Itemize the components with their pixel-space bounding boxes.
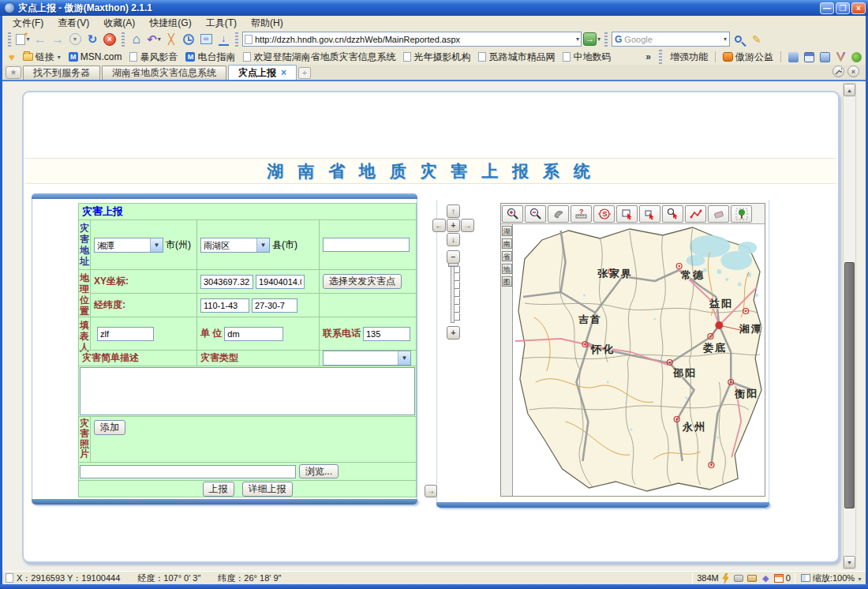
file-path-input[interactable] [80,465,296,478]
wrench-button[interactable] [832,66,844,77]
bookmark-photo[interactable]: 光年摄影机构 [401,51,473,64]
bookmarks-overflow-button[interactable] [643,51,653,62]
tab-disaster-report[interactable]: 灾点上报 [228,65,297,80]
add-photo-button[interactable]: 添加 [94,420,125,435]
history-dropdown-button[interactable] [67,31,83,47]
map-side-tab[interactable]: 南 [502,238,512,249]
y-coordinate-input[interactable] [256,275,305,289]
rect-select-tool[interactable] [616,205,638,223]
bookmark-radio[interactable]: 电台指南 [183,51,238,64]
pens-icon[interactable] [836,52,846,62]
clear-selection-tool[interactable]: S [593,205,615,223]
folder-status-icon[interactable] [747,573,758,583]
search-button[interactable] [731,31,747,47]
charity-button[interactable]: 傲游公益 [720,51,776,64]
tab-hunan-geo-system[interactable]: 湖南省地质灾害信息系统 [102,66,226,80]
pan-center-button[interactable]: + [447,219,460,232]
latitude-input[interactable] [252,298,297,313]
new-tab-button[interactable] [298,67,311,79]
link-sync-button[interactable] [198,31,214,47]
address-detail-input[interactable] [323,238,410,252]
zoom-in-step-button[interactable]: + [447,326,460,340]
enhance-button[interactable]: 增强功能 [668,51,710,64]
refresh-button[interactable] [84,31,100,47]
undo-button[interactable]: ▾ [146,31,162,47]
history-button[interactable] [181,31,196,47]
browse-button[interactable]: 浏览... [299,464,339,478]
go-button[interactable]: ▾ [583,31,600,47]
menu-favorites[interactable]: 收藏(A) [96,17,142,29]
window-icon[interactable] [804,52,814,62]
phone-input[interactable] [363,327,410,341]
highlight-button[interactable] [749,31,765,47]
map-side-tab[interactable]: 图 [502,276,512,287]
polyline-tool[interactable] [685,205,706,223]
layer-tree-tool[interactable] [731,205,752,223]
tab-list-button[interactable] [6,66,21,79]
city-select[interactable]: 湘潭 [94,238,163,253]
menu-view[interactable]: 查看(V) [51,17,96,29]
county-select[interactable]: 雨湖区 [200,238,270,253]
menu-groups[interactable]: 快捷组(G) [142,17,198,29]
proxy-icon[interactable] [734,573,744,583]
map-side-tab[interactable]: 湖 [502,226,512,236]
notes-icon[interactable] [820,52,830,62]
minimize-button[interactable]: — [820,2,834,14]
new-tab-button[interactable]: ▾ [15,31,31,47]
zoom-select-tool[interactable] [662,205,683,223]
scroll-down-button[interactable]: ▼ [844,556,855,568]
map-side-tab[interactable]: 省 [502,251,512,261]
close-bar-button[interactable]: × [847,66,859,77]
disaster-type-select[interactable] [323,351,411,366]
menu-file[interactable]: 文件(F) [6,17,51,29]
zoom-control[interactable]: 缩放:100% [813,572,862,584]
zoom-out-tool[interactable] [525,205,546,223]
download-button[interactable] [215,31,231,47]
zoom-out-step-button[interactable]: − [447,250,460,264]
url-input[interactable] [255,35,573,44]
eraser-tool[interactable] [708,205,729,223]
page-scrollbar[interactable]: ▲ ▼ [843,83,856,569]
unit-input[interactable] [224,327,283,341]
collector-button[interactable] [163,31,179,47]
map-canvas[interactable]: 张家界 常德 益阳 吉首 湘潭 娄底 怀化 邵阳 衡阳 永州 [514,224,765,496]
description-textarea[interactable] [80,367,415,415]
scroll-up-button[interactable]: ▲ [844,84,855,96]
bookmark-hunan-geo[interactable]: 欢迎登陆湖南省地质灾害信息系统 [241,51,398,64]
close-button[interactable]: × [851,2,866,14]
search-input[interactable]: Google [624,35,720,44]
x-coordinate-input[interactable] [200,275,253,289]
filter-icon[interactable] [761,573,771,583]
maximize-button[interactable]: ❐ [836,2,850,14]
bookmark-msn[interactable]: MSN.com [66,51,125,62]
close-tab-icon[interactable] [281,67,286,78]
zoom-in-tool[interactable] [502,205,523,223]
bookmark-milu[interactable]: 觅路城市精品网 [476,51,557,64]
user-icon[interactable] [788,52,799,62]
popup-blocker-icon[interactable] [774,573,784,583]
links-folder[interactable]: 链接▾ [21,51,63,64]
back-button[interactable] [32,31,48,47]
menu-tools[interactable]: 工具(T) [199,17,244,29]
menu-help[interactable]: 帮助(H) [244,17,290,29]
boost-icon[interactable] [720,573,731,583]
forward-button[interactable] [50,31,65,47]
rect-deselect-tool[interactable] [639,205,660,223]
pick-disaster-point-button[interactable]: 选择突发灾害点 [323,274,402,289]
pan-left-button[interactable]: ← [432,219,446,232]
pan-tool[interactable] [548,205,569,223]
avatar-icon[interactable] [851,52,862,62]
pan-down-button[interactable]: ↓ [447,233,460,246]
report-button[interactable]: 上报 [203,482,234,497]
home-button[interactable] [129,31,144,47]
tab-server-not-found[interactable]: 找不到服务器 [23,66,100,80]
longitude-input[interactable] [200,298,249,313]
bookmark-zhongdi[interactable]: 中地数码 [560,51,613,64]
scrollbar-thumb[interactable] [844,262,855,508]
stop-button[interactable] [102,31,118,47]
favorites-icon[interactable] [6,51,17,63]
pan-right-button[interactable]: → [461,219,474,232]
expand-panel-button[interactable]: → [425,485,437,497]
measure-tool[interactable]: ? [571,205,592,223]
url-dropdown[interactable]: ▾ [576,36,579,43]
